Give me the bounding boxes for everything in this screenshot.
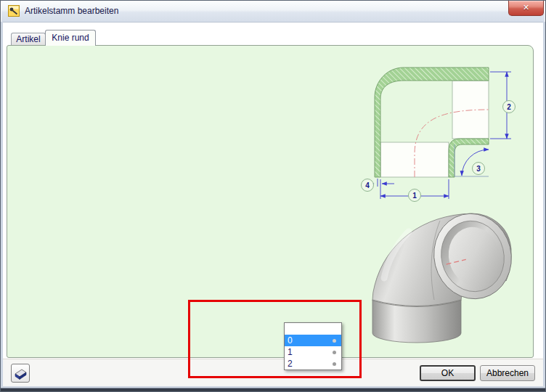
biegerichtung-dropdown-list: 0 1 2 bbox=[284, 322, 342, 370]
tab-knie-rund-label: Knie rund bbox=[52, 33, 89, 43]
dropdown-option-blank[interactable] bbox=[285, 323, 341, 335]
tab-artikel[interactable]: Artikel bbox=[11, 33, 46, 46]
dropdown-option-0-label: 0 bbox=[288, 335, 293, 346]
dialog-window: Artikelstamm bearbeiten ✕ Artikel Knie r… bbox=[0, 0, 546, 392]
close-icon: ✕ bbox=[523, 3, 529, 12]
eraser-icon bbox=[12, 364, 29, 382]
app-icon bbox=[8, 5, 20, 17]
elbow-section-drawing: 1 2 3 4 bbox=[364, 62, 534, 211]
dropdown-option-2[interactable]: 2 bbox=[285, 358, 341, 369]
cancel-button-label: Abbrechen bbox=[486, 368, 529, 378]
window-frame-right bbox=[543, 22, 545, 387]
option-indicator-dot-icon bbox=[333, 362, 336, 366]
dropdown-option-1-label: 1 bbox=[288, 347, 293, 357]
callout-4: 4 bbox=[365, 181, 370, 189]
ok-button-label: OK bbox=[441, 368, 454, 378]
callout-1: 1 bbox=[412, 192, 417, 200]
elbow-3d-render bbox=[364, 211, 534, 353]
dropdown-option-2-label: 2 bbox=[288, 359, 293, 369]
ok-button[interactable]: OK bbox=[420, 365, 476, 381]
tab-artikel-label: Artikel bbox=[16, 34, 40, 44]
dropdown-option-0[interactable]: 0 bbox=[285, 335, 341, 346]
window-title: Artikelstamm bearbeiten bbox=[25, 6, 118, 16]
cancel-button[interactable]: Abbrechen bbox=[480, 365, 535, 381]
option-indicator-dot-icon bbox=[333, 351, 336, 354]
option-indicator-dot-icon bbox=[333, 339, 336, 343]
callout-3: 3 bbox=[476, 165, 481, 173]
window-frame-bottom bbox=[1, 386, 545, 391]
title-bar: Artikelstamm bearbeiten bbox=[1, 1, 545, 23]
callout-2: 2 bbox=[507, 103, 511, 111]
dropdown-option-1[interactable]: 1 bbox=[285, 346, 341, 358]
eraser-tool-button[interactable] bbox=[11, 364, 30, 383]
tab-knie-rund[interactable]: Knie rund bbox=[45, 30, 96, 46]
window-frame-left bbox=[1, 22, 3, 387]
close-button[interactable]: ✕ bbox=[508, 1, 544, 16]
